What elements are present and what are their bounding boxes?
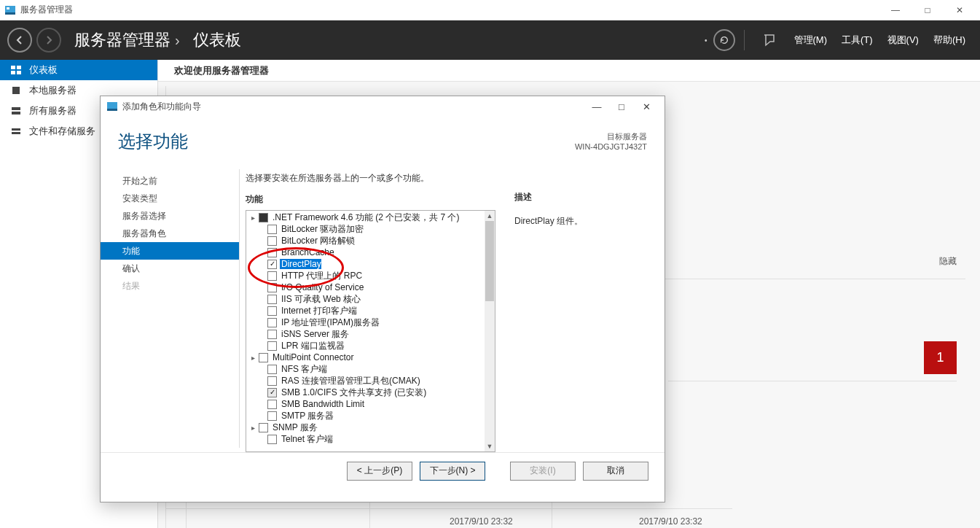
bg-divider: [668, 381, 957, 381]
expand-icon[interactable]: ▸: [248, 214, 257, 222]
wizard-close-button[interactable]: ✕: [634, 97, 659, 116]
feature-checkbox[interactable]: [267, 376, 277, 386]
hide-link[interactable]: 隐藏: [939, 256, 957, 266]
features-list[interactable]: ▸.NET Framework 4.6 功能 (2 个已安装，共 7 个)Bit…: [247, 211, 485, 451]
svg-rect-9: [12, 112, 20, 114]
svg-rect-10: [12, 128, 20, 131]
feature-label: LPR 端口监视器: [280, 340, 345, 352]
feature-checkbox[interactable]: [267, 435, 277, 444]
breadcrumb-root[interactable]: 服务器管理器: [74, 29, 170, 51]
svg-rect-8: [12, 107, 20, 110]
next-button[interactable]: 下一步(N) >: [420, 462, 485, 481]
feature-checkbox[interactable]: [267, 236, 277, 246]
menu-help[interactable]: 帮助(H): [926, 34, 973, 47]
feature-checkbox[interactable]: [267, 295, 277, 304]
menu-manage[interactable]: 管理(M): [787, 34, 835, 47]
feature-label: .NET Framework 4.6 功能 (2 个已安装，共 7 个): [271, 211, 459, 224]
feature-item[interactable]: I/O Quality of Service: [247, 282, 485, 293]
wizard-nav-before[interactable]: 开始之前: [118, 172, 239, 190]
feature-checkbox[interactable]: [267, 306, 277, 316]
feature-item[interactable]: RAS 连接管理器管理工具包(CMAK): [247, 375, 485, 387]
feature-item[interactable]: ▸.NET Framework 4.6 功能 (2 个已安装，共 7 个): [247, 211, 485, 223]
svg-rect-5: [11, 71, 15, 74]
feature-item[interactable]: HTTP 代理上的 RPC: [247, 270, 485, 282]
feature-checkbox[interactable]: [267, 365, 277, 374]
minimize-button[interactable]: ―: [879, 0, 912, 20]
prev-button[interactable]: < 上一步(P): [347, 462, 412, 481]
feature-checkbox[interactable]: [267, 341, 277, 351]
dashboard-icon: [10, 64, 22, 76]
feature-checkbox[interactable]: [267, 225, 277, 234]
features-column: 选择要安装在所选服务器上的一个或多个功能。 功能 ▸.NET Framework…: [246, 172, 495, 452]
scroll-down-icon[interactable]: ▼: [485, 441, 495, 451]
feature-item[interactable]: SMTP 服务器: [247, 410, 485, 422]
features-label: 功能: [246, 193, 495, 206]
menu-view[interactable]: 视图(V): [880, 34, 926, 47]
feature-item[interactable]: Internet 打印客户端: [247, 305, 485, 317]
wizard-nav-server-select[interactable]: 服务器选择: [118, 207, 239, 225]
svg-rect-1: [5, 12, 15, 15]
refresh-button[interactable]: [713, 29, 735, 51]
feature-item[interactable]: ▸SNMP 服务: [247, 422, 485, 433]
wizard-nav-server-roles[interactable]: 服务器角色: [118, 225, 239, 242]
feature-item[interactable]: iSNS Server 服务: [247, 328, 485, 340]
chevron-right-icon: ›: [175, 32, 180, 49]
scroll-up-icon[interactable]: ▲: [485, 211, 495, 221]
cancel-button[interactable]: 取消: [583, 462, 648, 481]
breadcrumb-page[interactable]: 仪表板: [193, 29, 241, 51]
feature-checkbox[interactable]: [267, 283, 277, 292]
target-server-name: WIN-4DGJGTJ432T: [575, 142, 647, 151]
sidebar-item-dashboard[interactable]: 仪表板: [0, 60, 157, 80]
feature-checkbox[interactable]: [267, 400, 277, 409]
wizard-maximize-button[interactable]: □: [609, 97, 634, 116]
feature-checkbox[interactable]: [259, 213, 268, 222]
notifications-flag-icon[interactable]: [758, 29, 780, 51]
wizard-titlebar: 添加角色和功能向导 ― □ ✕: [101, 96, 665, 117]
scrollbar[interactable]: ▲ ▼: [485, 211, 495, 451]
maximize-button[interactable]: □: [912, 0, 944, 20]
feature-item[interactable]: SMB Bandwidth Limit: [247, 398, 485, 410]
feature-item[interactable]: BitLocker 驱动器加密: [247, 223, 485, 235]
close-button[interactable]: ✕: [944, 0, 976, 20]
wizard-header: 选择功能 目标服务器 WIN-4DGJGTJ432T: [101, 117, 665, 158]
feature-checkbox[interactable]: [259, 423, 268, 432]
wizard-nav-features[interactable]: 功能: [101, 242, 239, 260]
refresh-dropdown-indicator: •: [705, 36, 707, 44]
wizard-nav-install-type[interactable]: 安装类型: [118, 190, 239, 207]
expand-icon[interactable]: ▸: [248, 354, 257, 362]
feature-item[interactable]: BitLocker 网络解锁: [247, 235, 485, 246]
feature-checkbox[interactable]: [267, 411, 277, 421]
main-window-title: 服务器管理器: [20, 4, 73, 16]
menu-tools[interactable]: 工具(T): [834, 34, 880, 47]
red-alert-badge[interactable]: 1: [924, 341, 957, 374]
feature-item[interactable]: ▸MultiPoint Connector: [247, 352, 485, 363]
ribbon: 服务器管理器 › 仪表板 • 管理(M) 工具(T) 视图(V) 帮助(H): [0, 20, 980, 60]
wizard-nav-confirm[interactable]: 确认: [118, 260, 239, 277]
feature-label: MultiPoint Connector: [271, 352, 353, 362]
feature-checkbox[interactable]: [259, 353, 268, 362]
feature-checkbox[interactable]: [267, 318, 277, 327]
scroll-thumb[interactable]: [485, 221, 494, 301]
expand-icon[interactable]: ▸: [248, 424, 257, 432]
feature-label: SMB Bandwidth Limit: [280, 399, 364, 409]
wizard-minimize-button[interactable]: ―: [584, 97, 609, 116]
feature-checkbox[interactable]: [267, 330, 277, 339]
feature-checkbox[interactable]: [267, 388, 277, 397]
svg-rect-6: [17, 71, 21, 74]
feature-item[interactable]: BranchCache: [247, 246, 485, 258]
feature-item[interactable]: SMB 1.0/CIFS 文件共享支持 (已安装): [247, 387, 485, 398]
feature-item[interactable]: IP 地址管理(IPAM)服务器: [247, 317, 485, 328]
feature-item[interactable]: LPR 端口监视器: [247, 340, 485, 352]
svg-rect-2: [7, 7, 9, 9]
wizard-body: 开始之前 安装类型 服务器选择 服务器角色 功能 确认 结果 选择要安装在所选服…: [101, 158, 665, 452]
back-button[interactable]: [7, 28, 32, 53]
feature-checkbox[interactable]: [267, 271, 277, 281]
feature-item[interactable]: DirectPlay: [247, 258, 485, 270]
forward-button[interactable]: [36, 28, 61, 53]
feature-checkbox[interactable]: [267, 248, 277, 257]
feature-item[interactable]: IIS 可承载 Web 核心: [247, 293, 485, 305]
feature-item[interactable]: Telnet 客户端: [247, 433, 485, 445]
timestamp-1: 2017/9/10 23:32: [450, 516, 513, 527]
feature-checkbox[interactable]: [267, 260, 277, 269]
feature-item[interactable]: NFS 客户端: [247, 363, 485, 375]
